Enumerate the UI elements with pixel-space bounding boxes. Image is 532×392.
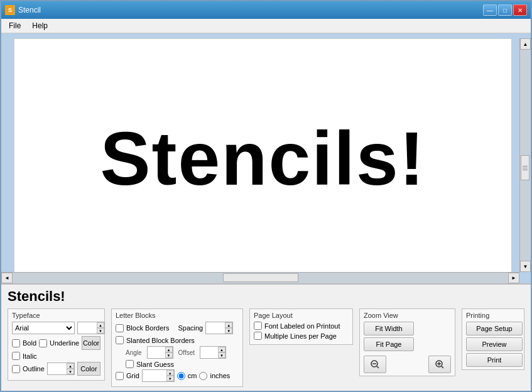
minimize-button[interactable]: — bbox=[483, 4, 497, 16]
typeface-group: Typeface Arial Times New Roman Courier N… bbox=[8, 308, 105, 381]
print-button[interactable]: Print bbox=[466, 353, 523, 367]
multiple-lines-checkbox[interactable] bbox=[254, 332, 262, 340]
zoom-in-button[interactable] bbox=[428, 356, 451, 373]
zoom-out-icon bbox=[370, 359, 380, 369]
offset-spinner[interactable]: 0 ▲ ▼ bbox=[200, 346, 226, 359]
block-borders-checkbox[interactable] bbox=[116, 324, 124, 332]
offset-up-button[interactable]: ▲ bbox=[218, 347, 225, 352]
spacing-input[interactable]: 0 bbox=[206, 322, 225, 334]
menu-bar: File Help bbox=[1, 19, 531, 33]
thumb-line bbox=[523, 168, 528, 168]
close-button[interactable]: ✕ bbox=[513, 4, 527, 16]
thumb-line bbox=[523, 170, 528, 170]
title-bar-left: S Stencil bbox=[5, 5, 41, 15]
angle-down-button[interactable]: ▼ bbox=[165, 352, 173, 358]
slanted-borders-label: Slanted Block Borders bbox=[126, 337, 195, 344]
page-layout-label: Page Layout bbox=[254, 312, 349, 319]
zoom-buttons-row bbox=[364, 356, 451, 373]
page-setup-button[interactable]: Page Setup bbox=[466, 322, 523, 335]
grid-down-button[interactable]: ▼ bbox=[166, 376, 174, 381]
text-preview: Stencils! bbox=[8, 288, 524, 305]
grid-label: Grid bbox=[126, 372, 139, 379]
angle-offset-row: Angle 0.0 ▲ ▼ Offset 0 ▲ ▼ bbox=[126, 346, 239, 359]
outline-up-button[interactable]: ▲ bbox=[67, 363, 74, 369]
size-down-button[interactable]: ▼ bbox=[97, 328, 104, 334]
angle-input[interactable]: 0.0 bbox=[148, 347, 165, 358]
font-labeled-checkbox[interactable] bbox=[254, 322, 262, 330]
preview-button[interactable]: Preview bbox=[466, 337, 523, 351]
outline-input[interactable]: 1 bbox=[48, 363, 67, 374]
color-button[interactable]: Color bbox=[82, 336, 100, 350]
vertical-scrollbar[interactable]: ▲ ▼ bbox=[519, 38, 531, 272]
spacing-down-button[interactable]: ▼ bbox=[225, 328, 232, 334]
size-up-button[interactable]: ▲ bbox=[97, 322, 104, 328]
scroll-right-button[interactable]: ► bbox=[508, 273, 519, 283]
offset-down-button[interactable]: ▼ bbox=[218, 352, 225, 358]
scroll-up-button[interactable]: ▲ bbox=[520, 38, 531, 50]
menu-file[interactable]: File bbox=[4, 20, 26, 31]
outline-color-button[interactable]: Color bbox=[77, 362, 100, 376]
outline-spinner[interactable]: 1 ▲ ▼ bbox=[47, 362, 75, 375]
letter-blocks-label: Letter Blocks bbox=[116, 312, 239, 319]
slant-guess-label: Slant Guess bbox=[136, 361, 174, 368]
controls-row: Typeface Arial Times New Roman Courier N… bbox=[8, 308, 524, 387]
fit-width-button[interactable]: Fit Width bbox=[364, 322, 414, 335]
size-spinner[interactable]: 128 ▲ ▼ bbox=[77, 322, 105, 334]
stencil-display-text: Stencils! bbox=[100, 115, 425, 202]
font-labeled-label: Font Labeled on Printout bbox=[264, 322, 340, 330]
grid-spinner-btns: ▲ ▼ bbox=[166, 370, 174, 381]
offset-label: Offset bbox=[178, 349, 195, 356]
grid-checkbox[interactable] bbox=[116, 372, 124, 380]
bold-checkbox[interactable] bbox=[12, 339, 20, 347]
slant-guess-checkbox[interactable] bbox=[126, 360, 134, 368]
scroll-track-h[interactable] bbox=[13, 273, 508, 283]
font-select[interactable]: Arial Times New Roman Courier New bbox=[12, 322, 75, 334]
scroll-track-v[interactable] bbox=[520, 50, 531, 261]
slanted-borders-row: Slanted Block Borders bbox=[116, 336, 239, 344]
svg-line-2 bbox=[377, 366, 379, 368]
grid-spinner[interactable]: 1.000 ▲ ▼ bbox=[142, 369, 175, 382]
cm-radio[interactable] bbox=[177, 372, 185, 380]
font-row: Arial Times New Roman Courier New 128 ▲ … bbox=[12, 322, 100, 334]
scroll-thumb-h[interactable] bbox=[223, 273, 298, 282]
grid-up-button[interactable]: ▲ bbox=[166, 370, 174, 376]
grid-input[interactable]: 1.000 bbox=[143, 370, 166, 381]
maximize-button[interactable]: □ bbox=[498, 4, 512, 16]
angle-up-button[interactable]: ▲ bbox=[165, 347, 173, 352]
thumb-line bbox=[523, 166, 528, 166]
canvas-area: Stencils! ▲ ▼ ◄ ► bbox=[1, 33, 531, 283]
italic-checkbox[interactable] bbox=[12, 352, 20, 360]
bold-label: Bold bbox=[23, 339, 36, 347]
offset-input[interactable]: 0 bbox=[200, 347, 218, 358]
spacing-spinner[interactable]: 0 ▲ ▼ bbox=[205, 322, 233, 334]
horizontal-scrollbar[interactable]: ◄ ► bbox=[1, 272, 519, 283]
zoom-view-label: Zoom View bbox=[364, 312, 451, 319]
italic-label: Italic bbox=[23, 352, 37, 360]
fit-page-button[interactable]: Fit Page bbox=[364, 337, 414, 351]
angle-spinner[interactable]: 0.0 ▲ ▼ bbox=[147, 346, 173, 359]
outline-down-button[interactable]: ▼ bbox=[67, 369, 74, 374]
offset-spinner-btns: ▲ ▼ bbox=[218, 347, 225, 358]
slanted-borders-checkbox[interactable] bbox=[116, 336, 124, 344]
zoom-out-button[interactable] bbox=[364, 356, 386, 373]
spacing-label: Spacing bbox=[178, 324, 203, 332]
scroll-down-button[interactable]: ▼ bbox=[520, 261, 531, 272]
outline-checkbox[interactable] bbox=[12, 365, 20, 373]
size-input[interactable]: 128 bbox=[78, 322, 97, 334]
multiple-lines-label: Multiple Lines per Page bbox=[264, 332, 337, 340]
scroll-thumb-v[interactable] bbox=[521, 155, 529, 180]
zoom-in-icon bbox=[435, 359, 445, 369]
menu-help[interactable]: Help bbox=[27, 20, 53, 31]
cm-label: cm bbox=[188, 372, 197, 379]
scroll-left-button[interactable]: ◄ bbox=[1, 273, 13, 283]
block-borders-row: Block Borders Spacing 0 ▲ ▼ bbox=[116, 322, 239, 334]
multiple-lines-row: Multiple Lines per Page bbox=[254, 332, 349, 340]
inches-radio[interactable] bbox=[199, 372, 207, 380]
angle-spinner-btns: ▲ ▼ bbox=[165, 347, 173, 358]
underline-checkbox[interactable] bbox=[39, 339, 47, 347]
app-icon: S bbox=[5, 5, 15, 15]
underline-label: Underline bbox=[50, 339, 79, 347]
spacing-up-button[interactable]: ▲ bbox=[225, 322, 232, 328]
printing-label: Printing bbox=[466, 312, 520, 319]
outline-spinner-btns: ▲ ▼ bbox=[67, 363, 74, 374]
